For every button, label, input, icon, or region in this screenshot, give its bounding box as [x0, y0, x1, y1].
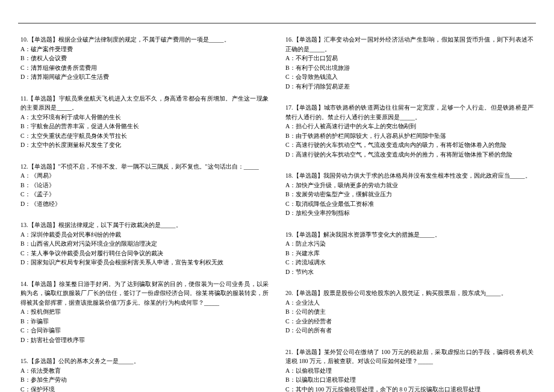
q13-option-d: D：国家知识产权局专利复审委员会根据利害关系人申请，宣告某专利权无效: [20, 258, 269, 267]
q12-stem: 12.【单选题】"不愤不启，不悱不发。举一隅不以三隅反，则不复也。"这句话出自：…: [20, 162, 269, 172]
q15-option-b: B：参加生产劳动: [20, 375, 269, 385]
q14-option-b: B：诈骗罪: [20, 317, 269, 326]
question-15: 15.【多选题】公民的基本义务之一是_____。 A：依法受教育 B：参加生产劳…: [20, 356, 269, 392]
q16-option-b: B：有利于公民出境旅游: [285, 63, 534, 73]
q11-option-d: D：太空中的长度测量标尺发生了变化: [20, 140, 269, 150]
question-13: 13.【单选题】根据法律规定，以下属于行政裁决的是_____。 A：深圳仲裁委员…: [20, 220, 269, 267]
q16-stem: 16.【单选题】汇率变动会对一国对外经济活动产生影响，假如某国货币升值，则下列表…: [285, 35, 534, 54]
q15-option-c: C：保护环境: [20, 385, 269, 393]
q21-stem: 21.【单选题】某外贸公司在缴纳了 100 万元的税款后，采取虚报出口的手段，骗…: [285, 347, 534, 366]
q17-stem: 17.【单选题】城市铁路桥的铁道两边往往留有一定宽度，足够一个人行走。但是铁路桥…: [285, 103, 534, 122]
q16-option-c: C：会导致热钱流入: [285, 72, 534, 82]
q11-stem: 11.【单选题】宇航员乘坐航天飞机进入太空后不久，身高通常都会有所增加。产生这一…: [20, 94, 269, 113]
q18-option-d: D：放松失业率控制指标: [285, 208, 534, 218]
q18-option-b: B：发展劳动密集型产业，缓解就业压力: [285, 190, 534, 199]
q19-option-b: B：兴建水库: [285, 249, 534, 258]
two-column-layout: 10.【单选题】根据企业破产法律制度的规定，不属于破产费用的一项是_____。 …: [0, 0, 554, 392]
question-19: 19.【单选题】解决我国水资源季节变化大的措施是_____。 A：防止水污染 B…: [285, 230, 534, 277]
q21-option-c: C：其中的 100 万元按偷税罪处理，余下的 8 0 万元按骗取出口退税罪处理: [285, 385, 534, 393]
q13-stem: 13.【单选题】根据法律规定，以下属于行政裁决的是_____。: [20, 220, 269, 230]
q20-option-d: D：公司的所有者: [285, 326, 534, 335]
question-17: 17.【单选题】城市铁路桥的铁道两边往往留有一定宽度，足够一个人行走。但是铁路桥…: [285, 103, 534, 159]
q21-option-b: B：以骗取出口退税罪处理: [285, 375, 534, 385]
q17-option-c: C：高速行驶的火车扰动空气，气流改变造成向内的吸力，有将邻近物体卷入的危险: [285, 140, 534, 150]
q19-stem: 19.【单选题】解决我国水资源季节变化大的措施是_____。: [285, 230, 534, 240]
q11-option-b: B：宇航食品的营养丰富，促进人体骨骼生长: [20, 122, 269, 131]
q11-option-c: C：太空失重状态使宇航员身体关节拉长: [20, 131, 269, 141]
q14-option-a: A：投机倒把罪: [20, 307, 269, 317]
q20-stem: 20.【单选题】股票是股份公司发给股东的入股凭证，购买股票后，股东成为_____…: [285, 288, 534, 298]
q20-option-b: B：公司的债主: [285, 307, 534, 317]
q18-stem: 18.【单选题】我国劳动力供大于求的总体格局并没有发生根本性改变，因此政府应当_…: [285, 171, 534, 181]
q10-option-a: A：破产案件受理费: [20, 45, 269, 54]
question-21: 21.【单选题】某外贸公司在缴纳了 100 万元的税款后，采取虚报出口的手段，骗…: [285, 347, 534, 393]
q18-option-c: C：取消或降低企业最低工资标准: [285, 199, 534, 209]
q20-option-a: A：企业法人: [285, 298, 534, 308]
left-column: 10.【单选题】根据企业破产法律制度的规定，不属于破产费用的一项是_____。 …: [20, 35, 269, 392]
q15-stem: 15.【多选题】公民的基本义务之一是_____。: [20, 356, 269, 366]
q10-stem: 10.【单选题】根据企业破产法律制度的规定，不属于破产费用的一项是_____。: [20, 35, 269, 45]
horizontal-rule: [18, 23, 536, 23]
q20-option-c: C：企业的经营者: [285, 317, 534, 326]
q12-option-c: C：《孟子》: [20, 190, 269, 199]
question-16: 16.【单选题】汇率变动会对一国对外经济活动产生影响，假如某国货币升值，则下列表…: [285, 35, 534, 91]
q15-option-a: A：依法受教育: [20, 366, 269, 376]
question-12: 12.【单选题】"不愤不启，不悱不发。举一隅不以三隅反，则不复也。"这句话出自：…: [20, 162, 269, 209]
q10-option-b: B：债权人会议费: [20, 54, 269, 63]
question-18: 18.【单选题】我国劳动力供大于求的总体格局并没有发生根本性改变，因此政府应当_…: [285, 171, 534, 218]
q11-option-a: A：太空环境有利于成年人骨骼的生长: [20, 113, 269, 122]
q19-option-a: A：防止水污染: [285, 239, 534, 249]
q16-option-d: D：有利于消除贸易逆差: [285, 82, 534, 92]
q14-option-d: D：妨害社会管理秩序罪: [20, 335, 269, 345]
q17-option-d: D：高速行驶的火车扰动空气，气流改变造成向外的推力，有将附近物体推下桥的危险: [285, 150, 534, 160]
q10-option-d: D：清算期间破产企业职工生活费: [20, 72, 269, 82]
question-10: 10.【单选题】根据企业破产法律制度的规定，不属于破产费用的一项是_____。 …: [20, 35, 269, 82]
q13-option-c: C：某人事争议仲裁委员会对履行聘任合同争议的裁决: [20, 249, 269, 258]
q19-option-c: C：跨流域调水: [285, 258, 534, 267]
q10-option-c: C：清算组催收债务所需费用: [20, 63, 269, 73]
question-14: 14.【单选题】徐某整日游手好闲。为了达到骗取财富的目的，便假装为一公司业务员，…: [20, 279, 269, 345]
q16-option-a: A：不利于出口贸易: [285, 54, 534, 63]
question-20: 20.【单选题】股票是股份公司发给股东的入股凭证，购买股票后，股东成为_____…: [285, 288, 534, 335]
right-column: 16.【单选题】汇率变动会对一国对外经济活动产生影响，假如某国货币升值，则下列表…: [285, 35, 534, 392]
q13-option-a: A：深圳仲裁委员会对民事纠纷的仲裁: [20, 230, 269, 240]
q14-option-c: C：合同诈骗罪: [20, 326, 269, 335]
q12-option-a: A：《周易》: [20, 171, 269, 181]
q18-option-a: A：加快产业升级，吸纳更多的劳动力就业: [285, 181, 534, 190]
q19-option-d: D：节约水: [285, 267, 534, 277]
q12-option-d: D：《道德经》: [20, 199, 269, 209]
q12-option-b: B：《论语》: [20, 181, 269, 190]
q14-stem: 14.【单选题】徐某整日游手好闲。为了达到骗取财富的目的，便假装为一公司业务员，…: [20, 279, 269, 308]
q17-option-b: B：由于铁路桥的护栏间隙较大，行人容易从护栏间隙中坠落: [285, 131, 534, 141]
q17-option-a: A：担心行人被高速行进中的火车上的突出物剐到: [285, 122, 534, 131]
q21-option-a: A：以偷税罪处理: [285, 366, 534, 376]
question-11: 11.【单选题】宇航员乘坐航天飞机进入太空后不久，身高通常都会有所增加。产生这一…: [20, 94, 269, 150]
q13-option-b: B：山西省人民政府对污染环境企业的限期治理决定: [20, 239, 269, 249]
